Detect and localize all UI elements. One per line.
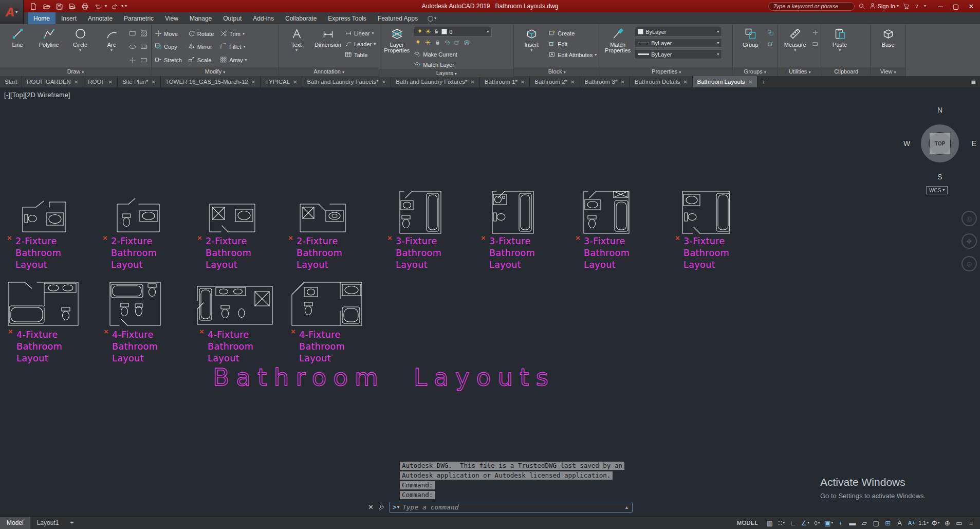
annotation-monitor-icon[interactable]: ⊕ — [941, 517, 953, 529]
close-tab-icon[interactable]: ✕ — [151, 79, 155, 85]
bathroom-layout-drawing[interactable] — [19, 198, 68, 234]
ribbon-tab-parametric[interactable]: Parametric — [118, 12, 159, 24]
drawing-label[interactable]: 3-FixtureBathroomLayout — [396, 235, 441, 271]
copy-button[interactable]: Copy — [155, 43, 182, 51]
file-tab-bathroom-layouts[interactable]: Bathroom Layouts✕ — [693, 76, 758, 87]
close-button[interactable]: ✕ — [964, 0, 979, 12]
command-prompt-icon[interactable]: >▾ — [393, 504, 399, 511]
fillet-button[interactable]: Fillet▾ — [220, 43, 247, 51]
model-space-button[interactable]: MODEL — [731, 517, 764, 529]
tab-overflow-menu-icon[interactable]: ≣ — [967, 76, 980, 87]
layer-tool-edit-icon[interactable] — [454, 39, 460, 48]
match-properties-button[interactable]: Match Properties — [603, 26, 632, 67]
drawing-label[interactable]: 4-FixtureBathroomLayout — [16, 329, 62, 364]
ortho-icon[interactable]: ∟ — [787, 517, 799, 529]
leader-button[interactable]: Leader▾ — [345, 40, 376, 48]
save-button[interactable] — [53, 1, 65, 11]
open-file-button[interactable] — [41, 1, 52, 11]
file-tab-bathroom-3[interactable]: Bathroom 3*✕ — [580, 76, 630, 87]
id-point-icon[interactable] — [812, 29, 819, 38]
close-tab-icon[interactable]: ✕ — [251, 79, 255, 85]
close-tab-icon[interactable]: ✕ — [382, 79, 386, 85]
file-tab-bath-and-laundry-fixtures[interactable]: Bath and Laundry Fixtures*✕ — [391, 76, 480, 87]
panel-block-title[interactable]: Block ▾ — [514, 67, 600, 76]
bathroom-layout-drawing[interactable] — [397, 187, 444, 236]
new-drawing-tab-button[interactable]: + — [757, 76, 770, 87]
linetype-dropdown[interactable]: ByLayer▾ — [635, 38, 722, 48]
bathroom-layout-drawing[interactable] — [289, 279, 365, 329]
bathroom-layout-drawing[interactable] — [298, 200, 347, 234]
layer-tool-lock-icon[interactable] — [434, 39, 441, 48]
ribbon-tab-featured-apps[interactable]: Featured Apps — [372, 12, 423, 24]
ribbon-tab-view[interactable]: View — [159, 12, 184, 24]
drawing-label[interactable]: 2-FixtureBathroomLayout — [111, 235, 157, 271]
ribbon-tab-collaborate[interactable]: Collaborate — [280, 12, 322, 24]
close-tab-icon[interactable]: ✕ — [570, 79, 575, 85]
file-tab-roof[interactable]: ROOF✕ — [83, 76, 118, 87]
paste-button[interactable]: Paste▾ — [825, 26, 854, 67]
array-button[interactable]: Array▾ — [220, 56, 247, 64]
close-tab-icon[interactable]: ✕ — [683, 79, 687, 85]
panel-view-title[interactable]: View ▾ — [871, 67, 905, 76]
group-edit-icon[interactable] — [767, 40, 774, 49]
dimension-button[interactable]: Dimension — [313, 26, 342, 67]
file-tab-bathroom-2[interactable]: Bathroom 2*✕ — [530, 76, 580, 87]
mirror-button[interactable]: Mirror — [188, 43, 214, 51]
customize-icon[interactable]: ≡ — [965, 517, 977, 529]
minimize-button[interactable]: ─ — [933, 0, 948, 12]
drawing-label[interactable]: 4-FixtureBathroomLayout — [299, 329, 345, 364]
close-tab-icon[interactable]: ✕ — [471, 79, 475, 85]
trim-button[interactable]: Trim▾ — [220, 29, 247, 38]
object-snap-tracking-icon[interactable]: + — [835, 517, 846, 529]
canvas-title[interactable]: Bathroom Layouts — [213, 363, 555, 391]
ungroup-icon[interactable] — [767, 29, 774, 38]
viewcube[interactable]: TOP N S W E — [901, 105, 978, 182]
close-tab-icon[interactable]: ✕ — [621, 79, 625, 85]
drawing-label[interactable]: 2-FixtureBathroomLayout — [15, 235, 61, 271]
close-tab-icon[interactable]: ✕ — [748, 79, 752, 85]
file-tab-bath-and-laundry-faucets[interactable]: Bath and Laundry Faucets*✕ — [302, 76, 391, 87]
drawing-label[interactable]: 3-FixtureBathroomLayout — [584, 235, 630, 271]
annotation-autoscale-icon[interactable]: A+ — [905, 517, 917, 529]
compass-north[interactable]: N — [901, 106, 978, 114]
drawing-label[interactable]: 2-FixtureBathroomLayout — [297, 235, 342, 271]
line-button[interactable]: Line — [3, 26, 32, 67]
table-button[interactable]: Table — [345, 50, 376, 59]
hatch-tool-button[interactable] — [140, 29, 148, 41]
selection-cycling-icon[interactable]: ▢ — [870, 517, 882, 529]
steering-wheel-icon[interactable]: ◎ — [961, 211, 977, 226]
command-input[interactable] — [402, 503, 621, 511]
layer-tool-sun-icon[interactable] — [424, 39, 431, 48]
group-button[interactable]: Group — [736, 26, 765, 67]
make-current-button[interactable]: Make Current — [414, 50, 492, 59]
close-tab-icon[interactable]: ✕ — [74, 79, 78, 85]
bathroom-layout-drawing[interactable] — [195, 283, 274, 326]
create-block-button[interactable]: Create — [548, 29, 597, 38]
file-tab-start[interactable]: Start — [0, 76, 22, 87]
ellipse-tool-button[interactable] — [128, 43, 137, 54]
layout1-space-tab[interactable]: Layout1 — [30, 517, 66, 529]
signin-button[interactable]: Sign In ▾ — [869, 2, 899, 10]
linear-dimension-button[interactable]: Linear▾ — [345, 29, 376, 38]
isodraft-icon[interactable]: ◊▾ — [811, 517, 823, 529]
viewport-controls[interactable]: [-][Top][2D Wireframe] — [4, 92, 70, 99]
wcs-selector[interactable]: WCS ▾ — [926, 186, 948, 194]
panel-modify-title[interactable]: Modify ▾ — [152, 67, 279, 76]
panel-groups-title[interactable]: Groups ▾ — [733, 67, 777, 76]
bathroom-layout-drawing[interactable] — [208, 200, 257, 234]
compass-west[interactable]: W — [903, 139, 910, 148]
zoom-icon[interactable]: ⊙ — [961, 256, 977, 271]
arc-button[interactable]: Arc▾ — [97, 26, 126, 67]
pan-icon[interactable]: ✥ — [961, 233, 977, 249]
polar-tracking-icon[interactable]: ∠▾ — [799, 517, 811, 529]
new-file-button[interactable] — [28, 1, 39, 11]
file-tab-bathroom-details[interactable]: Bathroom Details✕ — [630, 76, 693, 87]
panel-layers-title[interactable]: Layers ▾ — [379, 69, 513, 77]
bathroom-layout-drawing[interactable] — [679, 187, 733, 236]
app-store-cart-icon[interactable] — [902, 3, 910, 10]
file-tab-tower-16-gas-15-march-12[interactable]: TOWER 16_GAS_15-March-12✕ — [161, 76, 261, 87]
qat-menu-button[interactable]: ▾ — [125, 4, 127, 8]
layer-tool-layerprops-icon[interactable] — [464, 39, 470, 48]
panel-clipboard-title[interactable]: Clipboard — [822, 67, 870, 76]
ribbon-display-toggle[interactable]: ◯▾ — [423, 12, 440, 24]
